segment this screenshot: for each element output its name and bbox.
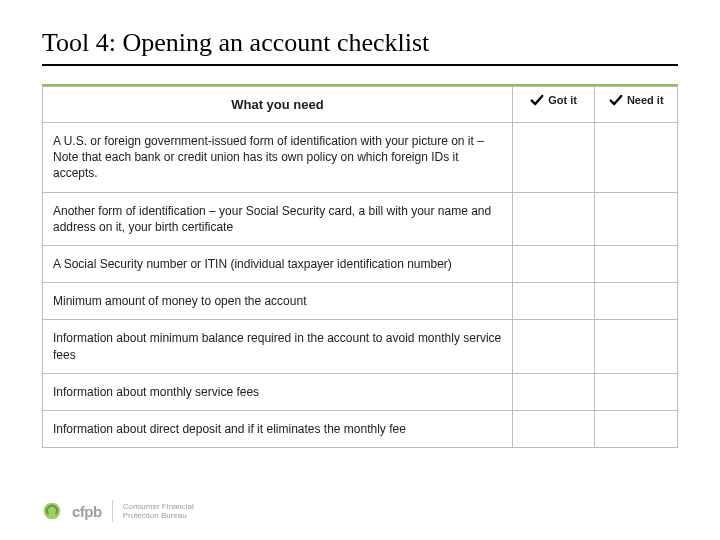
- got-it-box[interactable]: [512, 123, 595, 193]
- col-header-got: Got it: [512, 87, 595, 123]
- checklist-table: What you need Got it Need it A U.S. or: [42, 86, 678, 448]
- col-header-what: What you need: [43, 87, 513, 123]
- item-text: A Social Security number or ITIN (indivi…: [43, 245, 513, 282]
- footer: cfpb Consumer Financial Protection Burea…: [42, 500, 194, 522]
- need-it-box[interactable]: [595, 283, 678, 320]
- table-row: Information about monthly service fees: [43, 373, 678, 410]
- item-text: Information about minimum balance requir…: [43, 320, 513, 373]
- cfpb-logo-icon: [42, 501, 62, 521]
- col-header-got-label: Got it: [548, 94, 577, 107]
- footer-wordmark: cfpb: [72, 503, 102, 520]
- need-it-box[interactable]: [595, 320, 678, 373]
- need-it-box[interactable]: [595, 192, 678, 245]
- item-text: Information about monthly service fees: [43, 373, 513, 410]
- footer-line1: Consumer Financial: [123, 502, 194, 511]
- item-text: Minimum amount of money to open the acco…: [43, 283, 513, 320]
- got-it-box[interactable]: [512, 283, 595, 320]
- table-row: Information about direct deposit and if …: [43, 410, 678, 447]
- need-it-box[interactable]: [595, 245, 678, 282]
- got-it-box[interactable]: [512, 373, 595, 410]
- footer-line2: Protection Bureau: [123, 511, 187, 520]
- got-it-box[interactable]: [512, 192, 595, 245]
- title-rule: Tool 4: Opening an account checklist: [42, 28, 678, 66]
- got-it-box[interactable]: [512, 320, 595, 373]
- need-it-box[interactable]: [595, 123, 678, 193]
- page: Tool 4: Opening an account checklist Wha…: [0, 0, 720, 540]
- got-it-box[interactable]: [512, 410, 595, 447]
- need-it-box[interactable]: [595, 373, 678, 410]
- check-icon: [530, 93, 544, 107]
- item-text: A U.S. or foreign government-issued form…: [43, 123, 513, 193]
- table-row: Information about minimum balance requir…: [43, 320, 678, 373]
- col-header-need: Need it: [595, 87, 678, 123]
- col-header-need-label: Need it: [627, 94, 664, 107]
- need-it-box[interactable]: [595, 410, 678, 447]
- got-it-box[interactable]: [512, 245, 595, 282]
- table-row: A Social Security number or ITIN (indivi…: [43, 245, 678, 282]
- table-row: Another form of identification – your So…: [43, 192, 678, 245]
- table-row: A U.S. or foreign government-issued form…: [43, 123, 678, 193]
- page-title: Tool 4: Opening an account checklist: [42, 28, 678, 58]
- footer-subtitle: Consumer Financial Protection Bureau: [123, 502, 194, 520]
- item-text: Another form of identification – your So…: [43, 192, 513, 245]
- item-text: Information about direct deposit and if …: [43, 410, 513, 447]
- check-icon: [609, 93, 623, 107]
- table-header-row: What you need Got it Need it: [43, 87, 678, 123]
- table-row: Minimum amount of money to open the acco…: [43, 283, 678, 320]
- footer-divider: [112, 500, 113, 522]
